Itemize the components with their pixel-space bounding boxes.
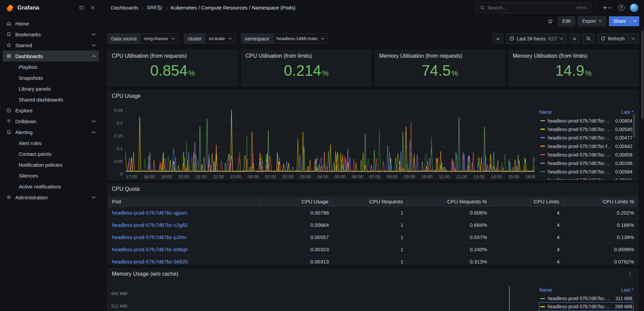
help-icon: ? (618, 4, 625, 11)
sidebar-item-starred[interactable]: Starred (3, 40, 99, 51)
sidebar-subitem-playlists[interactable]: Playlists (3, 61, 99, 72)
column-header-cpu-limits[interactable]: CPU Limits (491, 197, 564, 206)
sidebar-subitem-silences[interactable]: Silences (3, 170, 99, 181)
refresh-interval-button[interactable] (628, 33, 639, 44)
sidebar-item-drilldown[interactable]: Drilldown (3, 116, 99, 127)
sidebar-item-explore[interactable]: Explore (3, 105, 99, 116)
user-avatar[interactable] (630, 3, 639, 12)
chevron-down-icon (92, 120, 96, 123)
search-box[interactable]: ctrl+k (476, 2, 591, 13)
legend-sort-last[interactable]: Last * (621, 109, 633, 115)
x-tick-label: 10:00 (419, 174, 434, 179)
sidebar-item-alerting[interactable]: Alerting (3, 127, 99, 138)
new-menu-button[interactable]: + (601, 2, 613, 13)
pod-link[interactable]: headless-prod-57fc7d67bc-p2htv (108, 234, 260, 240)
sidebar-subitem-contact-points[interactable]: Contact points (3, 148, 99, 159)
legend-row[interactable]: headless-prod-57fc7d67bc-c2g820.00545 (539, 125, 633, 133)
edit-button[interactable]: Edit (558, 16, 575, 26)
breadcrumb-dashboards[interactable]: Dashboards (111, 5, 138, 11)
memory-usage-chart[interactable] (130, 281, 535, 311)
time-range-back-button[interactable]: « (493, 33, 503, 44)
pod-link[interactable]: headless-prod-57fc7d67bc-k96qh (108, 246, 260, 252)
page-scrollbar[interactable] (641, 31, 643, 119)
export-button[interactable]: Export (578, 16, 606, 26)
nav-item-label: Silences (19, 173, 38, 179)
search-input[interactable] (488, 5, 574, 11)
legend-row[interactable]: headless-prod-57fc7d67bc-fh2fv0.00942 (539, 142, 633, 150)
sidebar-subitem-library-panels[interactable]: Library panels (3, 83, 99, 94)
x-tick-label: 11:00 (437, 174, 452, 179)
var-namespace-value[interactable]: headless-1468-main (273, 33, 328, 44)
share-button[interactable]: Share (609, 16, 630, 26)
legend-row[interactable]: headless-prod-57fc7d67bc-cfd5b0.00477 (539, 133, 633, 142)
breadcrumb-folder[interactable]: SRE팀 (147, 4, 163, 11)
x-tick-label: 14:00 (489, 174, 504, 179)
refresh-button[interactable]: Refresh (597, 33, 628, 44)
panel-header[interactable]: CPU Quota (108, 184, 638, 195)
refresh-button-group: Refresh (597, 33, 639, 44)
stat-unit: % (322, 69, 329, 78)
column-header-cpu-limits[interactable]: CPU Limits % (564, 197, 638, 206)
panel-menu-button[interactable]: ⋮ (626, 271, 634, 277)
close-menu-button[interactable] (88, 3, 97, 12)
dock-menu-button[interactable] (77, 3, 86, 12)
cell-value: 1 (333, 210, 407, 216)
stat-panel-cpu-limits[interactable]: CPU Utilisation (from limits) 0.214% (241, 50, 371, 86)
stat-panel-memory-requests[interactable]: Memory Utilisation (from requests) 74.5% (375, 50, 505, 86)
sidebar-item-home[interactable]: Home (3, 18, 99, 29)
sidebar-item-bookmarks[interactable]: Bookmarks (3, 29, 99, 40)
legend-row[interactable]: headless-prod-57fc7d67bc-gv74j0.00858 (539, 150, 633, 159)
cpu-usage-chart[interactable]: 17:0018:0019:0020:0021:0022:0023:0000:00… (125, 104, 535, 180)
sidebar-subitem-snapshots[interactable]: Snapshots (3, 72, 99, 83)
var-cluster-value[interactable]: sri-kube (205, 33, 235, 44)
cell-value: 0.664% (407, 222, 491, 228)
legend-sort-name[interactable]: Name (539, 287, 552, 293)
panel-header[interactable]: Memory Usage (w/o cache) ⋮ (108, 269, 638, 279)
chevron-down-icon (171, 38, 175, 40)
x-tick-label: 09:00 (402, 174, 417, 179)
share-button-group: Share (609, 16, 639, 26)
legend-row[interactable]: headless-prod-57fc7d67bc-qjpwn0.00841 (539, 176, 633, 180)
y-tick-label: 0.05 (114, 159, 123, 164)
sidebar-subitem-notification-policies[interactable]: Notification policies (3, 159, 99, 170)
legend-row[interactable]: headless-prod-57fc7d67bc-5692h311 MiB (539, 294, 633, 303)
column-header-cpu-usage[interactable]: CPU Usage (260, 197, 333, 206)
column-header-pod[interactable]: Pod (108, 197, 260, 206)
legend-scrollbar[interactable] (633, 114, 635, 138)
legend-sort-name[interactable]: Name (539, 109, 552, 115)
sidebar-subitem-shared-dashboards[interactable]: Shared dashboards (3, 94, 99, 105)
x-tick-label: 17:00 (125, 174, 139, 179)
stat-panel-cpu-requests[interactable]: CPU Utilisation (from requests) 0.854% (107, 50, 238, 86)
stat-unit: % (188, 69, 195, 78)
variables-bar: Data source mng-thanos cluster sri-kube … (107, 33, 639, 44)
legend-sort-last[interactable]: Last * (621, 287, 633, 293)
favorite-star-button[interactable] (545, 18, 555, 24)
panel-title: CPU Quota (112, 186, 140, 192)
legend-row[interactable]: headless-prod-57fc7d67bc-5692h0.00804 (539, 116, 633, 125)
help-button[interactable]: ? (616, 2, 626, 13)
share-menu-button[interactable] (630, 16, 639, 26)
zoom-out-button[interactable] (582, 33, 594, 44)
x-tick-label: 04:00 (315, 174, 330, 179)
sidebar-item-administration[interactable]: Administration (3, 192, 99, 203)
time-range-picker-button[interactable]: Last 24 hours KST (506, 33, 566, 44)
column-header-cpu-requests[interactable]: CPU Requests (333, 197, 407, 206)
sidebar-item-dashboards[interactable]: Dashboards (3, 51, 99, 61)
panel-header[interactable]: CPU Usage (108, 91, 638, 102)
time-range-forward-button[interactable]: » (569, 33, 580, 44)
var-datasource-value[interactable]: mng-thanos (140, 33, 178, 44)
grafana-logo[interactable] (5, 3, 14, 12)
cpu-quota-table: PodCPU UsageCPU RequestsCPU Requests %CP… (108, 195, 638, 264)
nav-item-label: Dashboards (15, 53, 43, 59)
stat-panel-memory-limits[interactable]: Memory Utilisation (from limits) 14.9% (508, 50, 639, 86)
legend-row[interactable]: headless-prod-57fc7d67bc-p2htv0.00584 (539, 167, 633, 176)
search-shortcut: ctrl+k (576, 5, 587, 10)
sidebar-subitem-alert-rules[interactable]: Alert rules (3, 138, 99, 148)
legend-row[interactable]: headless-prod-57fc7d67bc-k96qh0.00286 (539, 159, 633, 167)
sidebar-subitem-active-notifications[interactable]: Active notifications (3, 181, 99, 192)
pod-link[interactable]: headless-prod-57fc7d67bc-qjpwn (108, 210, 260, 216)
pod-link[interactable]: headless-prod-57fc7d67bc-c2g82 (108, 222, 260, 228)
legend-row[interactable]: headless-prod-57fc7d67bc-c2g82289 MiB (539, 303, 633, 311)
column-header-cpu-requests[interactable]: CPU Requests % (407, 197, 491, 206)
pod-link[interactable]: headless-prod-57fc7d67bc-5692h (108, 259, 260, 264)
